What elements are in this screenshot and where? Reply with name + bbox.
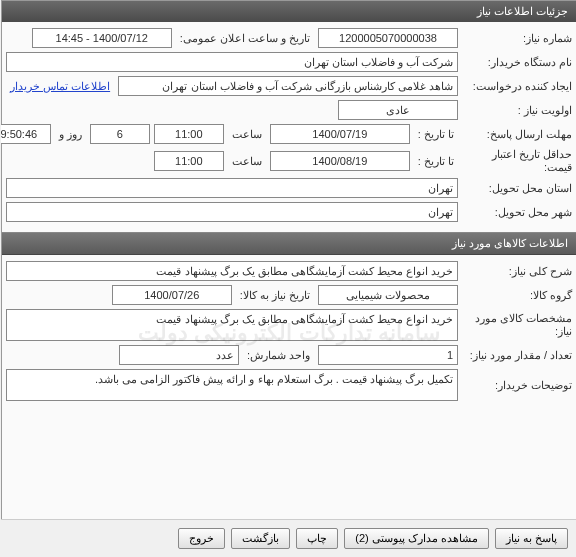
validity-date-field	[269, 151, 409, 171]
print-button[interactable]: چاپ	[295, 528, 337, 549]
need-date-label: تاریخ نیاز به کالا:	[235, 289, 313, 302]
attachments-button[interactable]: مشاهده مدارک پیوستی (2)	[343, 528, 488, 549]
button-bar: پاسخ به نیاز مشاهده مدارک پیوستی (2) چاپ…	[0, 519, 575, 557]
time-label-1: ساعت	[227, 128, 265, 141]
priority-label: اولویت نیاز :	[461, 104, 571, 117]
qty-field	[317, 345, 457, 365]
exit-button[interactable]: خروج	[177, 528, 224, 549]
validity-time-field	[153, 151, 223, 171]
back-button-label: بازگشت	[241, 532, 278, 545]
priority-field	[337, 100, 457, 120]
days-label: روز و	[54, 128, 85, 141]
public-date-field	[31, 28, 171, 48]
deadline-date-field	[269, 124, 409, 144]
exit-button-label: خروج	[188, 532, 213, 545]
city-field	[5, 202, 457, 222]
attachments-button-label: مشاهده مدارک پیوستی (2)	[354, 532, 477, 545]
respond-button-label: پاسخ به نیاز	[505, 532, 556, 545]
print-button-label: چاپ	[306, 532, 326, 545]
province-field	[5, 178, 457, 198]
need-date-field	[111, 285, 231, 305]
requester-label: ایجاد کننده درخواست:	[461, 80, 571, 93]
deadline-label: مهلت ارسال پاسخ:	[461, 128, 571, 141]
respond-button[interactable]: پاسخ به نیاز	[494, 528, 567, 549]
window-titlebar: جزئیات اطلاعات نیاز	[1, 1, 575, 22]
desc-label: شرح کلی نیاز:	[461, 265, 571, 278]
spec-field	[5, 309, 457, 341]
notes-label: توضیحات خریدار:	[461, 379, 571, 392]
window-title: جزئیات اطلاعات نیاز	[476, 5, 567, 17]
buyer-field	[5, 52, 457, 72]
notes-field	[5, 369, 457, 401]
buyer-contact-link[interactable]: اطلاعات تماس خریدار	[5, 80, 113, 93]
group-field	[317, 285, 457, 305]
unit-label: واحد شمارش:	[242, 349, 313, 362]
until-label-2: تا تاریخ :	[413, 155, 457, 168]
requester-field	[117, 76, 457, 96]
time-label-2: ساعت	[227, 155, 265, 168]
need-number-field	[317, 28, 457, 48]
until-label-1: تا تاریخ :	[413, 128, 457, 141]
goods-info-section: سامانه تدارکات الکترونیکی دولت شرح کلی ن…	[1, 255, 575, 411]
deadline-time-field	[153, 124, 223, 144]
unit-field	[118, 345, 238, 365]
city-label: شهر محل تحویل:	[461, 206, 571, 219]
main-info-section: شماره نیاز: تاریخ و ساعت اعلان عمومی: نا…	[1, 22, 575, 232]
public-date-label: تاریخ و ساعت اعلان عمومی:	[175, 32, 313, 45]
goods-section-title: اطلاعات کالاهای مورد نیاز	[451, 237, 567, 249]
back-button[interactable]: بازگشت	[230, 528, 289, 549]
desc-field	[5, 261, 457, 281]
qty-label: تعداد / مقدار مورد نیاز:	[461, 349, 571, 362]
need-number-label: شماره نیاز:	[461, 32, 571, 45]
countdown-field	[0, 124, 50, 144]
days-remaining-field	[89, 124, 149, 144]
province-label: استان محل تحویل:	[461, 182, 571, 195]
buyer-label: نام دستگاه خریدار:	[461, 56, 571, 69]
group-label: گروه کالا:	[461, 289, 571, 302]
goods-section-header: اطلاعات کالاهای مورد نیاز	[1, 232, 575, 255]
spec-label: مشخصات کالای مورد نیاز:	[461, 312, 571, 338]
validity-label: حداقل تاریخ اعتبار قیمت:	[461, 148, 571, 174]
